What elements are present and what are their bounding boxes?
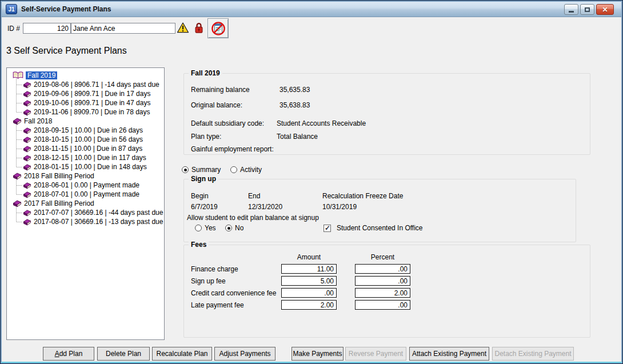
fees-group-title: Fees bbox=[189, 241, 209, 249]
closed-book-icon bbox=[23, 127, 31, 134]
original-balance-value: 35,638.83 bbox=[279, 101, 310, 109]
tree-payment-row[interactable]: 2019-08-06 | 8906.71 | -14 days past due bbox=[7, 80, 164, 89]
signup-group: Sign up Begin End Recalculation Freeze D… bbox=[183, 179, 576, 242]
activity-radio[interactable]: Activity bbox=[230, 166, 262, 174]
freeze-date-label: Recalculation Freeze Date bbox=[322, 192, 403, 200]
plan-type-label: Plan type: bbox=[191, 133, 221, 141]
finance-charge-amount-input[interactable] bbox=[281, 264, 337, 274]
signup-fee-amount-input[interactable] bbox=[281, 276, 337, 286]
self-service-payment-plans-window: J1 Self-Service Payment Plans ✕ ID # bbox=[2, 2, 621, 362]
freeze-date: 10/31/2019 bbox=[322, 203, 357, 211]
page-title: 3 Self Service Payment Plans bbox=[6, 46, 127, 56]
id-label: ID # bbox=[7, 25, 20, 33]
tree-payment-row[interactable]: 2018-12-15 | 10.00 | Due in 117 days bbox=[7, 153, 164, 162]
tree-payment-row[interactable]: 2019-11-06 | 8909.70 | Due in 78 days bbox=[7, 107, 164, 117]
gainful-employment-label: Gainful employment report: bbox=[191, 145, 274, 153]
plan-type-value: Total Balance bbox=[277, 133, 318, 141]
no-notes-button[interactable] bbox=[207, 18, 229, 38]
open-book-icon bbox=[13, 71, 23, 79]
default-subsidiary-value: Student Accounts Receivable bbox=[277, 119, 366, 127]
maximize-button[interactable] bbox=[580, 4, 594, 15]
closed-book-icon bbox=[23, 191, 31, 198]
allow-edit-yes-radio[interactable]: Yes bbox=[195, 224, 216, 232]
cc-convenience-fee-label: Credit card convenience fee bbox=[191, 289, 276, 297]
delete-plan-button[interactable]: Delete Plan bbox=[97, 347, 150, 361]
tree-plan-fall-2019[interactable]: Fall 2019 bbox=[7, 71, 164, 80]
tree-plan-2018-fall-billing[interactable]: 2018 Fall Billing Period bbox=[7, 171, 164, 181]
reverse-payment-button: Reverse Payment bbox=[345, 347, 406, 361]
begin-date: 6/7/2019 bbox=[191, 203, 218, 211]
maximize-icon bbox=[585, 7, 590, 12]
radio-icon bbox=[225, 225, 232, 231]
recalculate-plan-button[interactable]: Recalculate Plan bbox=[152, 347, 212, 361]
titlebar[interactable]: J1 Self-Service Payment Plans ✕ bbox=[2, 2, 621, 17]
begin-label: Begin bbox=[191, 192, 209, 200]
tree-payment-row[interactable]: 2018-11-15 | 10.00 | Due in 87 days bbox=[7, 144, 164, 153]
closed-book-icon bbox=[13, 172, 22, 180]
make-payments-button[interactable]: Make Payments bbox=[291, 347, 344, 361]
late-payment-amount-input[interactable] bbox=[281, 300, 337, 310]
default-subsidiary-label: Default subsidiary code: bbox=[191, 119, 264, 127]
end-label: End bbox=[248, 192, 260, 200]
tree-payment-row[interactable]: 2018-10-15 | 10.00 | Due in 56 days bbox=[7, 135, 164, 144]
tree-payment-row[interactable]: 2018-09-15 | 10.00 | Due in 26 days bbox=[7, 126, 164, 135]
radio-icon bbox=[230, 166, 237, 173]
cc-convenience-amount-input[interactable] bbox=[281, 288, 337, 298]
closed-book-icon bbox=[23, 145, 31, 153]
cc-convenience-percent-input[interactable] bbox=[355, 288, 410, 298]
closed-book-icon bbox=[23, 81, 31, 89]
signup-group-title: Sign up bbox=[189, 175, 218, 183]
checkbox-icon bbox=[324, 225, 331, 232]
original-balance-label: Original balance: bbox=[191, 101, 242, 109]
remaining-balance-value: 35,635.83 bbox=[279, 86, 310, 94]
end-date: 12/31/2020 bbox=[248, 203, 282, 211]
minimize-button[interactable] bbox=[564, 4, 578, 15]
tree-payment-row[interactable]: 2018-01-15 | 10.00 | Due in 148 days bbox=[7, 162, 164, 171]
tree-plan-2017-fall-billing[interactable]: 2017 Fall Billing Period bbox=[7, 199, 164, 208]
add-plan-button[interactable]: Add Plan bbox=[43, 347, 94, 361]
allow-edit-no-radio[interactable]: No bbox=[225, 224, 243, 232]
plan-details-group: Fall 2019 Remaining balance 35,635.83 Or… bbox=[183, 73, 590, 155]
finance-charge-label: Finance charge bbox=[191, 265, 238, 273]
attach-existing-payment-button[interactable]: Attach Existing Payment bbox=[409, 347, 489, 361]
payment-plans-tree[interactable]: Fall 2019 2019-08-06 | 8906.71 | -14 day… bbox=[6, 67, 165, 340]
signup-fee-percent-input[interactable] bbox=[355, 276, 410, 286]
tree-payment-row[interactable]: 2019-09-06 | 8909.71 | Due in 17 days bbox=[7, 89, 164, 98]
student-consented-checkbox[interactable]: Student Consented In Office bbox=[324, 224, 423, 232]
close-icon: ✕ bbox=[602, 6, 608, 14]
lock-icon bbox=[194, 22, 203, 36]
warning-icon bbox=[177, 22, 189, 35]
student-name-field[interactable] bbox=[71, 23, 175, 34]
late-payment-percent-input[interactable] bbox=[355, 300, 410, 310]
summary-radio[interactable]: Summary bbox=[182, 166, 221, 174]
radio-icon bbox=[195, 225, 202, 231]
closed-book-icon bbox=[13, 117, 22, 125]
signup-fee-label: Sign up fee bbox=[191, 277, 226, 285]
closed-book-icon bbox=[23, 163, 31, 171]
closed-book-icon bbox=[23, 99, 31, 107]
tree-payment-row[interactable]: 2018-07-01 | 0.00 | Payment made bbox=[7, 190, 164, 199]
closed-book-icon bbox=[23, 218, 31, 226]
tree-payment-row[interactable]: 2017-07-07 | 30669.16 | -44 days past du… bbox=[7, 208, 164, 217]
closed-book-icon bbox=[23, 182, 31, 189]
amount-header: Amount bbox=[281, 253, 337, 261]
remaining-balance-label: Remaining balance bbox=[191, 86, 250, 94]
window-title: Self-Service Payment Plans bbox=[21, 5, 111, 13]
closed-book-icon bbox=[23, 154, 31, 162]
allow-edit-label: Allow student to edit plan balance at si… bbox=[187, 214, 319, 222]
closed-book-icon bbox=[23, 109, 31, 116]
tree-payment-row[interactable]: 2018-06-01 | 0.00 | Payment made bbox=[7, 181, 164, 190]
percent-header: Percent bbox=[355, 253, 410, 261]
tree-plan-fall-2018[interactable]: Fall 2018 bbox=[7, 117, 164, 126]
adjust-payments-button[interactable]: Adjust Payments bbox=[214, 347, 275, 361]
id-input[interactable] bbox=[23, 23, 71, 34]
closed-book-icon bbox=[23, 209, 31, 217]
tree-payment-row[interactable]: 2017-08-07 | 30669.16 | -13 days past du… bbox=[7, 217, 164, 226]
closed-book-icon bbox=[23, 90, 31, 98]
tree-payment-row[interactable]: 2019-10-06 | 8909.71 | Due in 47 days bbox=[7, 98, 164, 107]
close-button[interactable]: ✕ bbox=[596, 4, 614, 15]
window-border-accent bbox=[1, 362, 622, 363]
app-logo-icon: J1 bbox=[6, 4, 17, 14]
window-frame: J1 Self-Service Payment Plans ✕ ID # bbox=[0, 0, 623, 364]
finance-charge-percent-input[interactable] bbox=[355, 264, 410, 274]
